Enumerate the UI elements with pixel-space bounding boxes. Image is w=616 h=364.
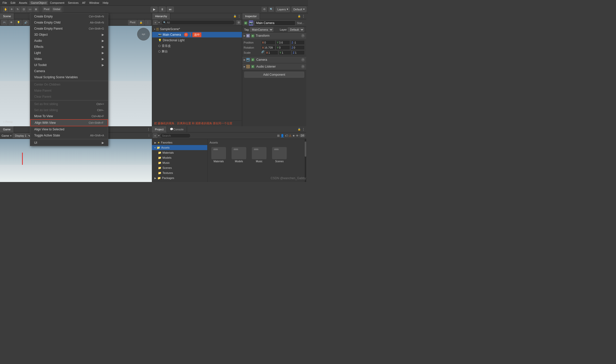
asset-materials[interactable]: Materials [210,147,228,163]
pause-btn[interactable]: ⏸ [159,7,166,12]
display-select[interactable]: Display 1 [13,133,32,138]
inspector-lock-icon[interactable]: 🔒 [298,15,301,17]
rotate-tool-btn[interactable]: ↻ [15,7,20,12]
menu-item-services[interactable]: Services [66,1,80,5]
ctx-move-to-view[interactable]: Move To View Ctrl+Alt+F [30,113,108,119]
hierarchy-scene-root[interactable]: ▾ ⚿ SampleScene* [152,26,242,32]
ctx-visual-scripting[interactable]: Visual Scripting Scene Variables [30,74,108,80]
active-checkbox[interactable]: ✓ [244,21,247,25]
ctx-ui[interactable]: UI ▶ [30,140,108,146]
ctx-align-view-to-selected[interactable]: Align View to Selected [30,126,108,132]
assets-scrollbar[interactable] [305,139,306,182]
pivot-btn[interactable]: Pivot [42,7,51,12]
menu-item-assets[interactable]: Assets [17,1,29,5]
tree-packages[interactable]: ▶ 📁 Packages [152,175,207,180]
ctx-align-with-view[interactable]: Align With View Ctrl+Shift+F [30,119,108,126]
project-tab[interactable]: Project [152,126,167,132]
audio-header[interactable]: ▶ 🎧 ✓ Audio Listener ? [242,63,306,70]
scene-view-btn[interactable]: 👁 [8,20,14,25]
menu-item-edit[interactable]: Edit [9,1,17,5]
asset-models[interactable]: Models [230,147,248,163]
tree-favorites[interactable]: ▶ ★ Favorites [152,140,207,145]
menu-item-af[interactable]: AF [81,1,87,5]
transform-tool-btn[interactable]: ⊞ [33,7,39,12]
global-btn[interactable]: Global [51,7,62,12]
transform-header[interactable]: ▶ ⊞ ✓ Transform ? [242,32,306,39]
project-warning-icon[interactable]: ⚠ [289,134,292,137]
ctx-audio[interactable]: Audio ▶ [30,38,108,44]
scale-y-field[interactable]: Y 1 [279,50,292,55]
camera-check[interactable]: ✓ [251,58,254,61]
default-dropdown[interactable]: Default ▾ [292,7,306,12]
tree-textures[interactable]: 📁 Textures [152,170,207,175]
hierarchy-music-box[interactable]: ⬡ 音乐盒 [152,43,242,49]
project-lock-icon[interactable]: 🔒 [298,128,301,131]
scale-z-field[interactable]: Z 1 [292,50,305,55]
ctx-video[interactable]: Video ▶ [30,56,108,62]
camera-header[interactable]: ▶ 📷 ✓ Camera ? [242,56,306,63]
hierarchy-stage[interactable]: ⬡ 舞台 [152,49,242,54]
menu-item-file[interactable]: File [1,1,9,5]
game-tab[interactable]: Game [0,126,14,132]
project-search-input[interactable] [160,133,191,138]
menu-item-window[interactable]: Window [88,1,101,5]
scene-tab[interactable]: Scene [0,13,14,19]
more-options-btn[interactable]: ⋮ [145,20,151,25]
object-name-input[interactable] [255,21,295,26]
tree-models[interactable]: 📁 Models [152,155,207,160]
hierarchy-add-arrow[interactable]: ▾ [158,21,160,24]
project-add-arrow[interactable]: ▾ [158,134,159,137]
lock-icon[interactable]: 🔒 [138,20,144,25]
menu-item-component[interactable]: Component [48,1,66,5]
rot-y-field[interactable]: Y 0 [276,45,290,50]
hand-tool-btn[interactable]: ✋ [3,7,8,12]
hierarchy-lock-icon[interactable]: 🔒 [233,15,236,17]
pos-x-field[interactable]: X 0 [261,40,275,45]
ctx-toggle-active[interactable]: Toggle Active State Alt+Shift+A [30,132,108,138]
play-btn[interactable]: ▶ [151,7,158,12]
add-component-btn[interactable]: Add Component [244,72,304,78]
ctx-3d-object[interactable]: 3D Object ▶ [30,32,108,38]
game-more-icon[interactable]: ⋮ [147,127,150,131]
hierarchy-more-icon[interactable]: ⋮ [237,14,241,18]
audio-check[interactable]: ✓ [251,65,254,68]
rect-tool-btn[interactable]: ▭ [27,7,33,12]
undo-history-btn[interactable]: ⟲ [261,7,267,12]
inspector-more-icon[interactable]: ⋮ [302,14,305,18]
camera-info-icon[interactable]: ? [301,58,305,62]
search-btn[interactable]: 🔍 [269,7,274,12]
project-star-icon[interactable]: ★ [292,134,295,137]
scene-light-btn[interactable]: 💡 [15,20,22,25]
pos-z-field[interactable]: Z -1 [291,40,305,45]
project-add-btn[interactable]: + [153,133,157,138]
dropdown-arrow[interactable]: ▾ [10,134,12,137]
project-eye-icon[interactable]: 👁 [296,134,299,137]
project-person-icon[interactable]: 👤 [280,134,284,137]
tree-music[interactable]: 📁 Music [152,160,207,165]
ctx-ui-toolkit[interactable]: UI Toolkit ▶ [30,62,108,68]
audio-info-icon[interactable]: ? [301,65,305,68]
hierarchy-expand-btn[interactable]: ⊟ [236,20,241,25]
console-tab[interactable]: 💬 Console [167,126,187,132]
scene-pivot-btn[interactable]: Pivot [128,20,137,25]
asset-music[interactable]: Music [250,147,268,163]
layers-dropdown[interactable]: Layers ▾ [276,7,290,12]
scale-tool-btn[interactable]: ⊡ [21,7,27,12]
ctx-light[interactable]: Light ▶ [30,50,108,56]
scale-x-field[interactable]: X 1 [265,50,278,55]
menu-item-help[interactable]: Help [101,1,110,5]
tag-select[interactable]: MainCamera [250,27,273,32]
ctx-camera[interactable]: Camera [30,68,108,74]
tree-scenes[interactable]: 📁 Scenes [152,165,207,170]
select-btn[interactable]: 选中 [192,32,201,37]
game-more-btn[interactable]: ⋮ [148,134,150,137]
tree-assets[interactable]: ▾ 📁 Assets [152,145,207,150]
project-more-icon[interactable]: ⋮ [302,127,305,131]
camera-gizmo[interactable]: xyz [137,28,150,41]
project-tag-icon[interactable]: 🏷 [285,134,288,137]
ctx-create-empty-parent[interactable]: Create Empty Parent Ctrl+Shift+G [30,26,108,32]
hierarchy-tab[interactable]: Hierarchy [152,13,170,19]
ctx-create-empty[interactable]: Create Empty Ctrl+Shift+N [30,13,108,19]
ctx-create-empty-child[interactable]: Create Empty Child Alt+Shift+N [30,19,108,26]
rot-x-field[interactable]: X 16.709 [261,45,275,50]
